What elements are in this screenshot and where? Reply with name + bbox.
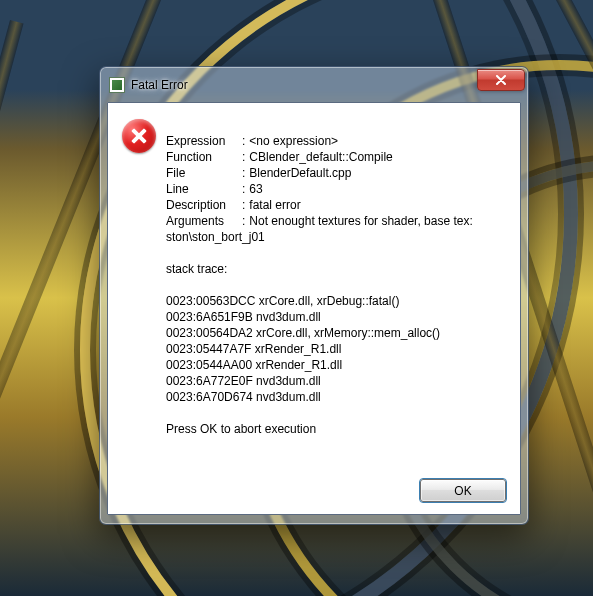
stack-trace-line: 0023:00563DCC xrCore.dll, xrDebug::fatal… (166, 294, 399, 308)
desktop-wallpaper: Fatal Error Expression:<no expression> F… (0, 0, 593, 596)
error-icon (122, 119, 156, 153)
field-label: Expression (166, 133, 242, 149)
field-value: Not enought textures for shader, base te… (249, 213, 472, 229)
stack-trace-line: 0023:6A70D674 nvd3dum.dll (166, 390, 321, 404)
stack-trace-line: 0023:6A772E0F nvd3dum.dll (166, 374, 321, 388)
dialog-footer-text: Press OK to abort execution (166, 422, 316, 436)
field-label: Arguments (166, 213, 242, 229)
stack-trace-line: 0023:0544AA00 xrRender_R1.dll (166, 358, 342, 372)
error-message: Expression:<no expression> Function:CBle… (166, 117, 506, 469)
stack-trace-line: 0023:00564DA2 xrCore.dll, xrMemory::mem_… (166, 326, 440, 340)
stack-trace-header: stack trace: (166, 262, 227, 276)
arguments-continuation: ston\ston_bort_j01 (166, 230, 265, 244)
field-value: BlenderDefault.cpp (249, 165, 472, 181)
dialog-client-area: Expression:<no expression> Function:CBle… (107, 102, 521, 515)
stack-trace-line: 0023:05447A7F xrRender_R1.dll (166, 342, 341, 356)
close-icon (495, 75, 507, 85)
field-label: File (166, 165, 242, 181)
field-label: Line (166, 181, 242, 197)
field-label: Description (166, 197, 242, 213)
field-value: fatal error (249, 197, 472, 213)
field-value: <no expression> (249, 133, 472, 149)
dialog-window: Fatal Error Expression:<no expression> F… (99, 66, 529, 525)
title-bar[interactable]: Fatal Error (107, 74, 521, 96)
stack-trace-line: 0023:6A651F9B nvd3dum.dll (166, 310, 321, 324)
close-button[interactable] (477, 69, 525, 91)
field-value: 63 (249, 181, 472, 197)
field-value: CBlender_default::Compile (249, 149, 472, 165)
field-label: Function (166, 149, 242, 165)
app-icon (109, 77, 125, 93)
ok-button[interactable]: OK (420, 479, 506, 502)
window-title: Fatal Error (131, 78, 519, 92)
